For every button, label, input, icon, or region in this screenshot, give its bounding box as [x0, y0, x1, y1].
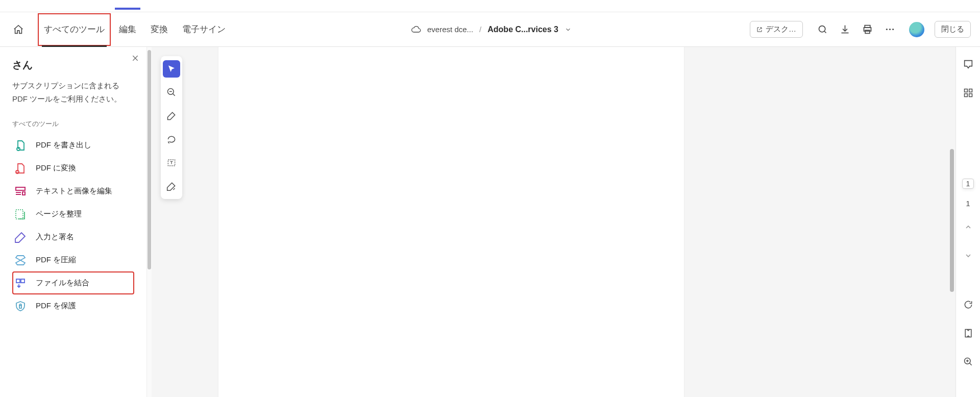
fit-page-button[interactable]: [959, 324, 977, 342]
total-pages: 1: [966, 199, 970, 208]
canvas-scrollbar-thumb[interactable]: [950, 149, 954, 292]
nav-tab-label: 電子サイン: [182, 23, 226, 35]
grid-icon: [963, 88, 973, 98]
combine-files-icon: [14, 277, 27, 289]
chevron-down-icon: [964, 252, 972, 260]
nav-tab-label: すべてのツール: [44, 23, 105, 35]
zoom-out-icon: [166, 87, 177, 97]
print-button[interactable]: [858, 20, 876, 39]
tool-label: テキストと画像を編集: [36, 186, 112, 196]
nav-tab-edit[interactable]: 編集: [112, 12, 143, 47]
nav-tab-label: 編集: [119, 23, 136, 35]
convert-pdf-icon: [14, 162, 27, 175]
nav-tab-esign[interactable]: 電子サイン: [175, 12, 233, 47]
search-icon: [817, 24, 828, 35]
download-icon: [840, 24, 850, 35]
svg-rect-16: [969, 89, 972, 92]
page-down-button[interactable]: [959, 246, 977, 265]
tool-row-compress-pdf[interactable]: PDF を圧縮: [12, 249, 134, 271]
open-desktop-label: デスク…: [766, 24, 796, 34]
browser-tabstrip: [0, 0, 980, 12]
canvas-scrollbar[interactable]: [948, 47, 955, 397]
svg-point-4: [886, 29, 887, 30]
chevron-down-icon[interactable]: [565, 26, 572, 33]
tool-label: PDF を書き出し: [36, 140, 91, 150]
tool-row-protect-pdf[interactable]: PDF を保護: [12, 294, 134, 317]
tool-label: PDF に変換: [36, 163, 76, 173]
floating-toolbar: [161, 56, 182, 199]
tab-active-indicator: [115, 8, 140, 10]
sign-icon: [166, 181, 177, 191]
app-toolbar: すべてのツール 編集 変換 電子サイン everest dce... / Ado…: [0, 12, 980, 47]
avatar[interactable]: [909, 22, 924, 37]
tool-select[interactable]: [163, 60, 180, 78]
zoom-in-button[interactable]: [959, 353, 977, 371]
breadcrumb-separator: /: [479, 25, 481, 34]
tool-draw[interactable]: [163, 107, 180, 125]
tool-label: ページを整理: [36, 209, 82, 219]
pencil-icon: [166, 111, 177, 121]
nav-tab-all-tools[interactable]: すべてのツール: [37, 12, 112, 47]
fit-page-icon: [963, 328, 973, 338]
svg-rect-9: [16, 187, 25, 190]
tool-label: PDF を保護: [36, 301, 76, 311]
rotate-icon: [963, 300, 973, 310]
more-button[interactable]: [880, 20, 899, 39]
tool-row-edit-text-image[interactable]: テキストと画像を編集: [12, 180, 134, 203]
nav-tabs: すべてのツール 編集 変換 電子サイン: [37, 12, 233, 47]
comment-icon: [963, 59, 974, 70]
zoom-in-icon: [963, 357, 973, 367]
sidebar-scrollbar-thumb[interactable]: [148, 50, 151, 269]
svg-point-0: [819, 26, 825, 32]
tool-row-organize-pages[interactable]: ページを整理: [12, 203, 134, 226]
sidebar-description: サブスクリプションに含まれる PDF ツールをご利用ください。: [12, 79, 134, 105]
sidebar-title: さん: [12, 58, 134, 72]
tool-zoom-out[interactable]: [163, 84, 180, 101]
tool-text-box[interactable]: [163, 154, 180, 171]
lasso-icon: [166, 134, 177, 144]
breadcrumb-source[interactable]: everest dce...: [427, 25, 473, 34]
search-button[interactable]: [813, 20, 831, 39]
tool-label: 入力と署名: [36, 232, 74, 242]
sidebar-scrollbar[interactable]: [147, 47, 152, 397]
text-box-icon: [166, 158, 177, 168]
comments-panel-button[interactable]: [959, 55, 977, 73]
open-external-icon: [756, 26, 763, 34]
edit-text-image-icon: [14, 185, 27, 197]
thumbnails-panel-button[interactable]: [959, 84, 977, 102]
home-button[interactable]: [9, 20, 28, 39]
nav-tab-convert[interactable]: 変換: [143, 12, 175, 47]
tools-sidebar: さん サブスクリプションに含まれる PDF ツールをご利用ください。 すべてのツ…: [0, 47, 147, 397]
svg-rect-15: [964, 89, 967, 92]
tool-row-combine-files[interactable]: ファイルを結合: [12, 271, 134, 294]
nav-tab-label: 変換: [151, 23, 168, 35]
tool-row-export-pdf[interactable]: PDF を書き出し: [12, 134, 134, 157]
tool-list: PDF を書き出しPDF に変換テキストと画像を編集ページを整理入力と署名PDF…: [12, 134, 134, 317]
close-button-label: 閉じる: [941, 24, 964, 33]
breadcrumb-doc[interactable]: Adobe C...rvices 3: [487, 25, 558, 34]
svg-rect-17: [964, 94, 967, 97]
print-icon: [862, 24, 873, 35]
cloud-icon: [411, 24, 421, 35]
compress-pdf-icon: [14, 254, 27, 266]
tool-sign[interactable]: [163, 178, 180, 195]
open-desktop-button[interactable]: デスク…: [750, 21, 803, 38]
fill-sign-icon: [14, 231, 27, 243]
close-icon: [131, 54, 139, 62]
sidebar-close-button[interactable]: [131, 54, 139, 62]
tool-row-convert-pdf[interactable]: PDF に変換: [12, 157, 134, 180]
svg-rect-12: [19, 306, 21, 308]
svg-rect-11: [16, 210, 23, 219]
sidebar-section-label: すべてのツール: [12, 119, 134, 129]
tool-lasso[interactable]: [163, 131, 180, 148]
current-page-indicator[interactable]: 1: [962, 179, 974, 189]
download-button[interactable]: [836, 20, 854, 39]
document-page[interactable]: [218, 47, 684, 397]
page-up-button[interactable]: [959, 218, 977, 236]
rotate-button[interactable]: [959, 295, 977, 314]
tool-row-fill-sign[interactable]: 入力と署名: [12, 226, 134, 249]
close-button[interactable]: 閉じる: [935, 21, 971, 38]
more-horizontal-icon: [885, 24, 895, 35]
main-area: さん サブスクリプションに含まれる PDF ツールをご利用ください。 すべてのツ…: [0, 47, 980, 397]
svg-rect-10: [22, 192, 25, 195]
